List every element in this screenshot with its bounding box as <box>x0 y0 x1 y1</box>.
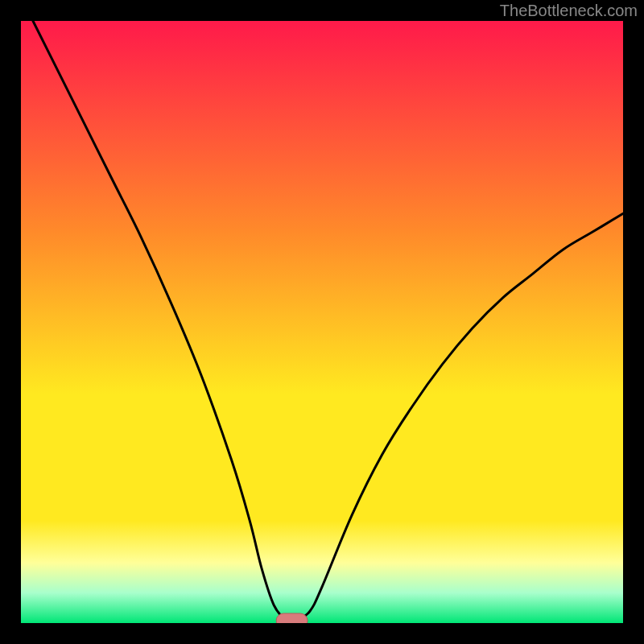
optimal-marker <box>276 613 308 623</box>
gradient-background <box>21 21 623 623</box>
watermark-text: TheBottleneck.com <box>500 2 638 20</box>
chart-svg <box>21 21 623 623</box>
chart-container: TheBottleneck.com <box>0 0 644 644</box>
plot-area <box>21 21 623 623</box>
